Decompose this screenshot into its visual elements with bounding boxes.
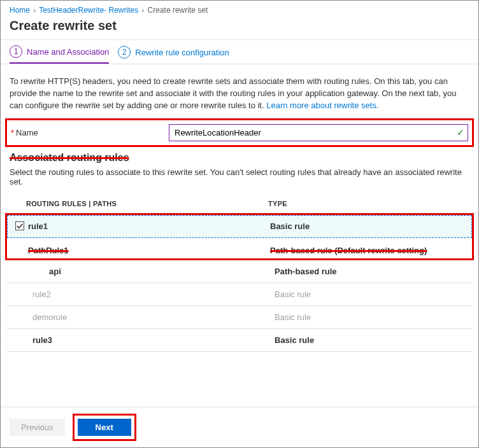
step-number-icon: 2 [118, 46, 131, 59]
step-number-icon: 1 [10, 45, 22, 58]
rule-type: Basic rule [275, 290, 468, 299]
column-header-type: TYPE [268, 200, 469, 207]
table-row[interactable]: api Path-based rule [7, 260, 472, 283]
breadcrumb-parent[interactable]: TestHeaderRewrite- Rewrites [39, 6, 138, 15]
breadcrumb-home[interactable]: Home [10, 6, 30, 15]
required-icon: * [11, 128, 14, 137]
label-text: Name [16, 128, 38, 137]
learn-more-link[interactable]: Learn more about rewrite sets. [266, 101, 378, 110]
next-button[interactable]: Next [78, 419, 131, 436]
tab-name-association[interactable]: 1 Name and Association [10, 45, 109, 64]
associated-rules-description: Select the routing rules to associate to… [1, 165, 478, 195]
rule-type: Basic rule [275, 312, 468, 322]
table-row[interactable]: rule1 Basic rule [7, 215, 472, 238]
tab-label: Name and Association [27, 47, 109, 57]
wizard-footer: Previous Next [1, 407, 478, 447]
table-row[interactable]: PathRule1 Path-based rule (Default rewri… [7, 243, 472, 258]
divider [1, 64, 478, 64]
tab-rewrite-rule-config[interactable]: 2 Rewrite rule configuration [118, 46, 229, 63]
name-input[interactable] [169, 124, 468, 141]
tab-label: Rewrite rule configuration [135, 48, 229, 57]
description-body: To rewrite HTTP(S) headers, you need to … [10, 76, 456, 110]
table-header: ROUTING RULES | PATHS TYPE [1, 195, 478, 213]
column-header-rules: ROUTING RULES | PATHS [26, 200, 268, 207]
description-text: To rewrite HTTP(S) headers, you need to … [1, 71, 478, 116]
highlight-selected-rule: rule1 Basic rule PathRule1 Path-based ru… [5, 213, 474, 260]
rule-name: PathRule1 [28, 246, 270, 255]
breadcrumb: Home › TestHeaderRewrite- Rewrites › Cre… [1, 1, 478, 17]
table-row: rule2 Basic rule [7, 283, 472, 306]
rule-name: demorule [32, 312, 275, 322]
rule-name: rule1 [28, 221, 270, 231]
rule-name: rule3 [32, 335, 275, 345]
name-field-label: *Name [11, 128, 169, 137]
checkbox-checked-icon[interactable] [15, 221, 28, 230]
highlight-next: Next [73, 414, 136, 441]
rule-type: Path-based rule [275, 267, 468, 276]
wizard-tabs: 1 Name and Association 2 Rewrite rule co… [1, 40, 478, 64]
table-row: demorule Basic rule [7, 306, 472, 329]
checkmark-icon: ✓ [457, 127, 464, 137]
breadcrumb-current: Create rewrite set [148, 6, 208, 15]
rule-name: rule2 [32, 290, 275, 299]
chevron-right-icon: › [141, 6, 146, 14]
rule-type: Basic rule [270, 221, 468, 231]
table-row[interactable]: rule3 Basic rule [7, 329, 472, 352]
previous-button[interactable]: Previous [10, 419, 65, 436]
associated-rules-heading: Associated routing rules [10, 152, 469, 164]
highlight-name-field: *Name ✓ [5, 118, 474, 147]
rule-type: Path-based rule (Default rewrite setting… [270, 246, 468, 255]
rule-name: api [32, 267, 275, 276]
chevron-right-icon: › [32, 6, 37, 14]
rule-type: Basic rule [275, 335, 468, 345]
svg-rect-0 [15, 221, 24, 230]
page-title: Create rewrite set [1, 17, 478, 37]
